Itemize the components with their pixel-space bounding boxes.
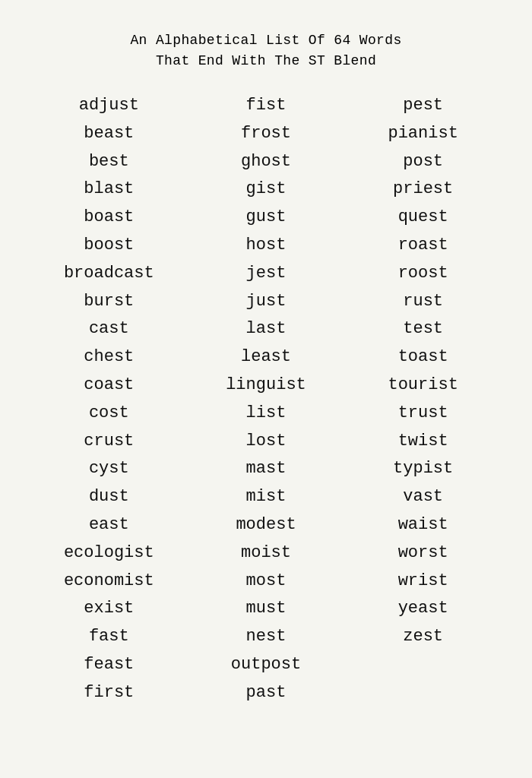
list-item: roost — [398, 262, 448, 286]
list-item: mist — [246, 485, 287, 509]
list-item: first — [84, 682, 134, 705]
list-item: adjust — [79, 94, 139, 118]
list-item: dust — [89, 485, 129, 509]
list-item: ghost — [241, 150, 291, 174]
list-item: host — [246, 234, 287, 258]
list-item: list — [246, 402, 287, 425]
list-item: most — [246, 570, 287, 593]
title-line1: An Alphabetical List Of 64 Words — [130, 30, 401, 51]
list-item: must — [246, 597, 287, 621]
list-item: least — [241, 346, 291, 369]
list-item: typist — [393, 457, 453, 481]
list-item: post — [403, 150, 443, 174]
list-item: waist — [398, 514, 448, 537]
list-item: fist — [246, 94, 287, 118]
list-item: gust — [246, 206, 287, 229]
list-item: pest — [403, 94, 443, 118]
list-item: quest — [398, 206, 448, 229]
list-item: tourist — [388, 374, 458, 397]
page-title: An Alphabetical List Of 64 Words That En… — [130, 30, 401, 71]
list-item: linguist — [226, 374, 306, 397]
list-item: chest — [84, 346, 134, 369]
list-item: outpost — [231, 653, 301, 677]
list-item: exist — [84, 597, 134, 621]
list-item: coast — [84, 374, 134, 397]
list-item: test — [403, 318, 443, 341]
list-item: feast — [84, 653, 134, 677]
list-item: zest — [403, 625, 443, 649]
word-grid: adjustbeastbestblastboastboostbroadcastb… — [30, 94, 502, 705]
list-item: trust — [398, 402, 448, 425]
list-item: worst — [398, 542, 448, 565]
list-item: frost — [241, 122, 291, 146]
list-item: cast — [89, 318, 129, 341]
list-item: best — [89, 150, 129, 174]
list-item: modest — [236, 514, 296, 537]
list-item: nest — [246, 625, 287, 649]
list-item: pianist — [388, 122, 458, 146]
list-item: boast — [84, 206, 134, 229]
list-item: wrist — [398, 570, 448, 593]
list-item: just — [246, 290, 287, 314]
column-2: fistfrostghostgistgusthostjestjustlastle… — [188, 94, 345, 705]
list-item: fast — [89, 625, 129, 649]
list-item: lost — [246, 430, 287, 454]
list-item: vast — [403, 485, 443, 509]
list-item: economist — [64, 570, 154, 593]
list-item: blast — [84, 178, 134, 201]
list-item: cyst — [89, 457, 129, 481]
list-item: twist — [398, 430, 448, 454]
column-1: adjustbeastbestblastboastboostbroadcastb… — [30, 94, 188, 705]
list-item: mast — [246, 457, 287, 481]
list-item: toast — [398, 346, 448, 369]
list-item: priest — [393, 178, 453, 201]
list-item: roast — [398, 234, 448, 258]
list-item: cost — [89, 402, 129, 425]
list-item: jest — [246, 262, 287, 286]
list-item: ecologist — [64, 542, 154, 565]
list-item: gist — [246, 178, 287, 201]
list-item: past — [246, 682, 287, 705]
list-item: rust — [403, 290, 443, 314]
title-line2: That End With The ST Blend — [130, 51, 401, 71]
list-item: crust — [84, 430, 134, 454]
list-item: beast — [84, 122, 134, 146]
list-item: moist — [241, 542, 291, 565]
column-3: pestpianistpostpriestquestroastroostrust… — [344, 94, 502, 705]
list-item: burst — [84, 290, 134, 314]
list-item: yeast — [398, 597, 448, 621]
list-item: last — [246, 318, 287, 341]
list-item: east — [89, 514, 129, 537]
list-item: broadcast — [64, 262, 154, 286]
list-item: boost — [84, 234, 134, 258]
